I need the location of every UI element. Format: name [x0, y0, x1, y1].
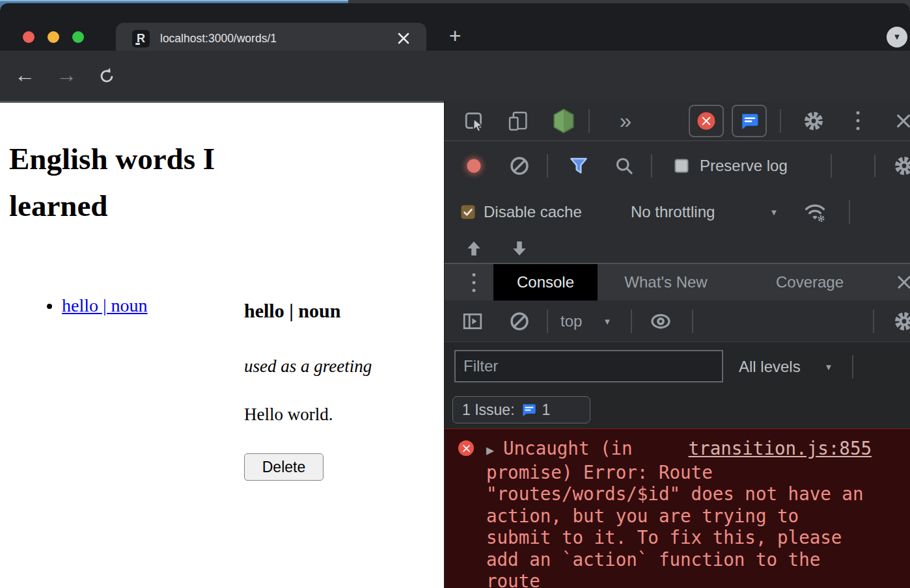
error-source-link[interactable]: transition.js:855: [689, 438, 872, 460]
word-detail-title: hello | noun: [244, 300, 340, 322]
drawer-tab-bar: Console What's New Coverage: [445, 263, 910, 301]
network-conditions-toolbar: Disable cache No throttling ▼: [445, 191, 910, 234]
separator: [873, 310, 874, 333]
tab-title: localhost:3000/words/1: [160, 23, 277, 54]
separator: [849, 200, 850, 224]
more-tabs-icon[interactable]: »: [620, 109, 631, 133]
chevron-down-icon: ▼: [893, 32, 902, 42]
close-devtools-icon[interactable]: [896, 113, 910, 129]
clear-console-icon[interactable]: [509, 311, 530, 332]
network-toolbar: Preserve log: [445, 141, 910, 191]
separator: [780, 109, 781, 133]
separator: [547, 154, 548, 178]
filter-funnel-icon[interactable]: [569, 156, 589, 176]
issues-count: 1: [542, 401, 551, 419]
remix-favicon-icon: R: [132, 30, 150, 47]
separator: [692, 310, 693, 333]
word-definition: used as a greeting: [244, 356, 372, 377]
forward-button[interactable]: →: [56, 51, 77, 101]
chevron-down-icon[interactable]: ▼: [825, 362, 833, 372]
console-filter-input[interactable]: [454, 350, 723, 382]
import-har-icon[interactable]: [466, 240, 482, 257]
issue-chat-icon: [521, 402, 536, 418]
tab-console[interactable]: Console: [493, 264, 598, 301]
separator: [631, 310, 632, 333]
delete-button[interactable]: Delete: [244, 453, 324, 481]
separator: [547, 310, 548, 333]
devtools-panel: »: [444, 101, 910, 588]
web-page: English words I learned hello | noun hel…: [0, 101, 444, 588]
devtools-main-toolbar: »: [445, 101, 910, 141]
log-levels-dropdown[interactable]: All levels: [739, 358, 801, 376]
back-button[interactable]: ←: [14, 51, 35, 101]
record-network-log-button[interactable]: [467, 159, 481, 173]
separator: [831, 154, 832, 178]
close-drawer-icon[interactable]: [897, 275, 910, 290]
separator: [588, 109, 590, 133]
preserve-log-label[interactable]: Preserve log: [700, 157, 788, 175]
settings-gear-icon[interactable]: [803, 110, 825, 132]
live-expression-eye-icon[interactable]: [650, 312, 672, 330]
disable-cache-checkbox[interactable]: [462, 206, 475, 219]
word-list: hello | noun: [0, 295, 148, 316]
issues-label: 1 Issue:: [462, 401, 515, 419]
tab-strip: R localhost:3000/words/1 + ▼: [0, 3, 910, 51]
device-toolbar-icon[interactable]: [508, 111, 529, 131]
issues-message-button[interactable]: [732, 105, 767, 137]
screen: R localhost:3000/words/1 + ▼ ← → localho…: [0, 0, 910, 588]
console-sidebar-icon[interactable]: [462, 312, 483, 331]
error-icon: [458, 440, 474, 456]
devtools-menu-icon[interactable]: [857, 109, 860, 133]
list-item: hello | noun: [62, 295, 148, 316]
browser-tab[interactable]: R localhost:3000/words/1: [116, 23, 426, 54]
preserve-log-checkbox[interactable]: [675, 159, 689, 173]
error-body: transition.js:855▶Uncaught (in promise) …: [486, 438, 872, 588]
drawer-menu-icon[interactable]: [473, 271, 476, 294]
execution-context-dropdown[interactable]: top: [560, 312, 582, 330]
chevron-down-icon[interactable]: ▼: [603, 316, 612, 326]
tab-whats-new[interactable]: What's New: [617, 264, 715, 301]
tab-coverage[interactable]: Coverage: [767, 264, 853, 301]
console-toolbar: top ▼: [445, 301, 910, 342]
new-tab-button[interactable]: +: [445, 26, 465, 47]
nodejs-icon[interactable]: [553, 109, 575, 133]
console-errors-button[interactable]: [689, 105, 724, 137]
network-settings-gear-icon[interactable]: [893, 155, 910, 177]
disable-cache-label[interactable]: Disable cache: [484, 203, 582, 221]
separator: [852, 355, 853, 379]
traffic-light-close[interactable]: [23, 31, 34, 43]
chat-bubble-icon: [739, 111, 759, 131]
reload-button[interactable]: [98, 67, 116, 85]
chevron-down-icon[interactable]: ▼: [770, 207, 779, 217]
network-conditions-icon[interactable]: [803, 201, 827, 223]
traffic-light-zoom[interactable]: [72, 31, 84, 43]
tab-close-icon[interactable]: [397, 32, 410, 45]
console-error-message: transition.js:855▶Uncaught (in promise) …: [445, 428, 910, 588]
error-badge-icon: [698, 113, 715, 130]
console-issues-row: 1 Issue: 1: [445, 392, 910, 428]
separator: [874, 154, 876, 178]
traffic-light-minimize[interactable]: [48, 31, 59, 43]
word-link[interactable]: hello | noun: [62, 295, 148, 315]
word-example: Hello world.: [244, 405, 333, 425]
separator: [651, 154, 652, 178]
browser-toolbar: ← → localhost:3000/words/1 Incognito: [0, 51, 910, 101]
export-har-icon[interactable]: [512, 240, 527, 257]
page-title: English words I learned: [9, 135, 315, 229]
console-filter-row: All levels ▼: [445, 342, 910, 392]
issues-counter-button[interactable]: 1 Issue: 1: [452, 396, 590, 423]
clear-network-log-icon[interactable]: [509, 155, 530, 176]
har-row: [445, 234, 910, 263]
console-settings-gear-icon[interactable]: [893, 310, 910, 332]
search-icon[interactable]: [614, 156, 635, 176]
inspect-element-icon[interactable]: [464, 111, 485, 131]
tab-search-button[interactable]: ▼: [887, 27, 907, 47]
expand-triangle-icon[interactable]: ▶: [486, 440, 503, 462]
error-text: Uncaught (in promise) Error: Route "rout…: [486, 438, 863, 588]
throttling-dropdown[interactable]: No throttling: [631, 203, 715, 221]
